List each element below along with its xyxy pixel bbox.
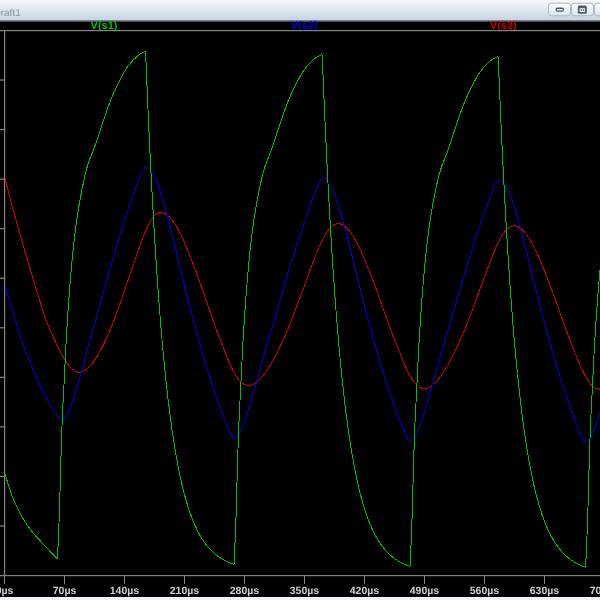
svg-text:700µs: 700µs — [590, 585, 600, 597]
svg-text:70µs: 70µs — [53, 585, 77, 597]
svg-text:350µs: 350µs — [290, 585, 320, 597]
svg-text:280µs: 280µs — [230, 585, 260, 597]
svg-text:420µs: 420µs — [350, 585, 380, 597]
svg-text:Draft1: Draft1 — [0, 8, 21, 19]
svg-text:210µs: 210µs — [170, 585, 200, 597]
svg-text:140µs: 140µs — [110, 585, 140, 597]
svg-text:560µs: 560µs — [470, 585, 500, 597]
svg-text:630µs: 630µs — [530, 585, 560, 597]
svg-text:0µs: 0µs — [0, 585, 14, 597]
svg-text:490µs: 490µs — [410, 585, 440, 597]
svg-text:V(s3): V(s3) — [490, 20, 517, 32]
svg-text:V(s2): V(s2) — [291, 20, 318, 32]
svg-text:V(s1): V(s1) — [91, 20, 118, 32]
